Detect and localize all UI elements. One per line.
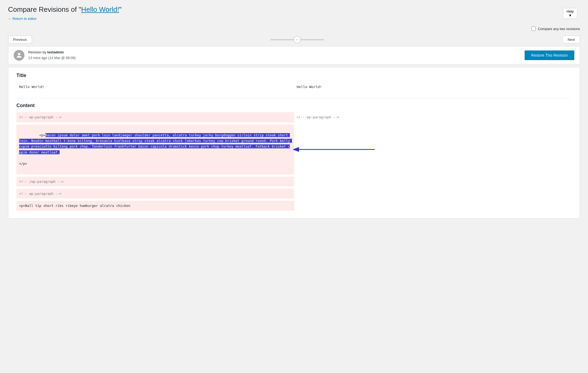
revision-meta: Revision by testadmin 13 mins ago (14 Ma… — [28, 50, 76, 61]
revision-bar: Revision by testadmin 13 mins ago (14 Ma… — [8, 46, 580, 64]
ball-tip-row: <p>Ball tip short ribs ribeye hamburger … — [16, 201, 572, 211]
wp-paragraph-comment-row: <!-- wp:paragraph --> <!-- wp:paragraph … — [16, 112, 572, 122]
compare-any-row: Compare any two revisions — [0, 23, 588, 33]
wp-paragraph2-right — [294, 189, 572, 199]
page-title: Compare Revisions of "Hello World!" — [8, 5, 580, 14]
revision-author: testadmin — [47, 50, 64, 54]
return-to-editor-link[interactable]: ← Return to editor — [8, 17, 37, 21]
wp-paragraph-comment-right: <!-- wp:paragraph --> — [294, 112, 572, 122]
revision-by-label: Revision by — [28, 50, 47, 54]
slider-handle[interactable]: ↔ — [294, 36, 301, 43]
wp-paragraph-end-left: <!-- /wp:paragraph --> — [16, 177, 294, 186]
wp-paragraph-end-comment-row: <!-- /wp:paragraph --> — [16, 177, 572, 186]
removed-content-left: <p>Bacon ipsum dolor amet pork loin land… — [16, 125, 294, 174]
slider-container: ↔ — [32, 39, 563, 40]
main-diff-row: <p>Bacon ipsum dolor amet pork loin land… — [16, 125, 572, 174]
diff-area: Title Hello World! Hello World! Content … — [8, 67, 580, 219]
restore-revision-button[interactable]: Restore This Revision — [525, 50, 574, 60]
previous-button[interactable]: Previous — [8, 36, 32, 43]
avatar — [14, 50, 24, 61]
wp-paragraph-comment-left: <!-- wp:paragraph --> — [16, 112, 294, 122]
revision-date: (14 Mar @ 08:09) — [48, 56, 75, 60]
main-diff-container: <p>Bacon ipsum dolor amet pork loin land… — [16, 125, 572, 174]
title-right: Hello World! — [294, 82, 572, 92]
content-section: Content <!-- wp:paragraph --> <!-- wp:pa… — [16, 103, 572, 211]
title-section: Title Hello World! Hello World! — [16, 73, 572, 92]
page-header: Help ▼ Compare Revisions of "Hello World… — [0, 0, 588, 23]
title-section-label: Title — [16, 73, 572, 78]
title-diff-row: Hello World! Hello World! — [16, 82, 572, 92]
content-section-label: Content — [16, 103, 572, 108]
slider-track[interactable]: ↔ — [270, 39, 324, 40]
section-separator — [16, 98, 572, 98]
next-button[interactable]: Next — [562, 36, 580, 43]
ball-tip-left: <p>Ball tip short ribs ribeye hamburger … — [16, 201, 294, 211]
ball-tip-right — [294, 201, 572, 211]
compare-any-label: Compare any two revisions — [538, 27, 580, 31]
help-button[interactable]: Help ▼ — [563, 8, 577, 19]
highlighted-text: Bacon ipsum dolor amet pork loin landjae… — [19, 133, 292, 154]
removed-content-right — [294, 125, 572, 174]
revision-left: Revision by testadmin 13 mins ago (14 Ma… — [14, 50, 76, 61]
compare-any-checkbox[interactable] — [531, 27, 536, 31]
wp-paragraph2-comment-row: <!-- wp:paragraph --> — [16, 189, 572, 199]
wp-paragraph-end-right — [294, 177, 572, 186]
title-left: Hello World! — [16, 82, 294, 92]
p-open-tag: <p> — [39, 133, 45, 137]
post-title-link[interactable]: Hello World! — [81, 5, 119, 13]
nav-row: Previous ↔ Next — [0, 33, 588, 46]
wp-paragraph2-left: <!-- wp:paragraph --> — [16, 189, 294, 199]
revision-time-ago: 13 mins ago — [28, 56, 47, 60]
